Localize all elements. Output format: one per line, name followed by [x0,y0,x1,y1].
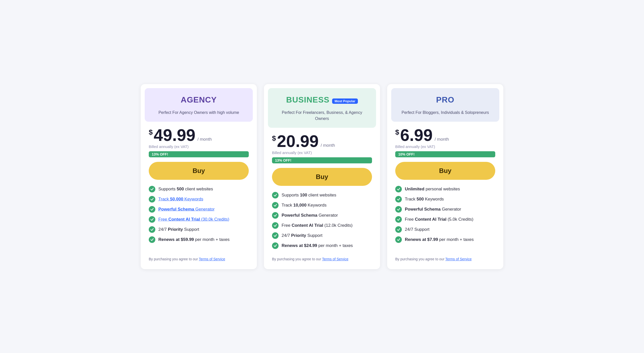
check-icon [149,216,155,223]
feature-item: Track 10,000 Keywords [272,202,372,209]
feature-text: Supports 100 client websites [282,192,336,198]
price-dollar-business: $ [272,135,276,142]
feature-item: Unlimited personal websites [395,186,495,192]
feature-text: Track 500 Keywords [405,196,444,202]
check-icon [149,186,155,192]
price-row-agency: $49.99/ month [149,127,249,143]
price-amount-business: 20.99 [277,133,319,149]
terms-text-agency: By purchasing you agree to our Terms of … [149,255,249,261]
card-body-business: $20.99/ monthBilled annually (ex VAT)13%… [264,128,380,261]
discount-badge-agency: 13% OFF! [149,151,249,157]
plan-title-row-agency: AGENCY [153,95,245,107]
feature-text: Renews at $24.99 per month + taxes [282,243,353,249]
billed-text-agency: Billed annually (ex VAT) [149,144,249,149]
check-icon [395,236,402,243]
feature-item: Powerful Schema Generator [395,206,495,213]
price-period-pro: / month [435,137,449,142]
terms-link[interactable]: Terms of Service [445,257,472,261]
feature-text: Powerful Schema Generator [158,206,215,212]
feature-text: Supports 500 client websites [158,186,213,192]
most-popular-badge: Most Popular [332,98,358,104]
plan-desc-agency: Perfect For Agency Owners with high volu… [153,110,245,116]
billed-text-business: Billed annually (ex VAT) [272,150,372,155]
check-icon [149,206,155,213]
feature-item: 24/7 Support [395,226,495,233]
terms-text-pro: By purchasing you agree to our Terms of … [395,255,495,261]
feature-item: Free Content AI Trial (5.0k Credits) [395,216,495,223]
price-period-agency: / month [197,137,212,142]
plan-title-business: BUSINESS [286,95,330,105]
feature-item: Renews at $7.99 per month + taxes [395,236,495,243]
feature-item: Track 500 Keywords [395,196,495,203]
terms-link[interactable]: Terms of Service [322,257,348,261]
pricing-container: AGENCYPerfect For Agency Owners with hig… [133,84,511,269]
plan-title-agency: AGENCY [181,95,217,105]
check-icon [272,232,279,239]
pricing-card-business: BUSINESSMost PopularPerfect For Freelanc… [264,84,380,269]
pricing-card-agency: AGENCYPerfect For Agency Owners with hig… [141,84,257,269]
check-icon [272,222,279,229]
card-header-business: BUSINESSMost PopularPerfect For Freelanc… [268,88,376,128]
price-dollar-pro: $ [395,129,399,136]
feature-item: Free Content AI Trial (12.0k Credits) [272,222,372,229]
check-icon [149,196,155,203]
feature-text: 24/7 Priority Support [282,233,323,239]
pricing-card-pro: PROPerfect For Bloggers, Individuals & S… [387,84,503,269]
feature-text: Unlimited personal websites [405,186,460,192]
terms-link[interactable]: Terms of Service [199,257,225,261]
plan-desc-pro: Perfect For Bloggers, Individuals & Solo… [399,110,491,116]
feature-item: Renews at $59.99 per month + taxes [149,236,249,243]
card-header-agency: AGENCYPerfect For Agency Owners with hig… [145,88,253,122]
card-header-pro: PROPerfect For Bloggers, Individuals & S… [391,88,499,122]
feature-item: 24/7 Priority Support [149,226,249,233]
check-icon [395,206,402,213]
feature-text: Track 50,000 Keywords [158,196,203,202]
card-body-pro: $6.99/ monthBilled annually (ex VAT)10% … [387,122,503,261]
feature-text: Track 10,000 Keywords [282,202,327,208]
buy-button-agency[interactable]: Buy [149,162,249,180]
price-row-pro: $6.99/ month [395,127,495,143]
features-list-agency: Supports 500 client websitesTrack 50,000… [149,186,249,243]
buy-button-pro[interactable]: Buy [395,162,495,180]
feature-text: 24/7 Support [405,226,429,233]
check-icon [395,186,402,192]
price-row-business: $20.99/ month [272,133,372,149]
plan-title-row-business: BUSINESSMost Popular [276,95,368,107]
features-list-business: Supports 100 client websitesTrack 10,000… [272,192,372,249]
check-icon [395,196,402,203]
feature-text: Renews at $7.99 per month + taxes [405,237,474,243]
discount-badge-business: 13% OFF! [272,157,372,163]
terms-text-business: By purchasing you agree to our Terms of … [272,255,372,261]
feature-item: Powerful Schema Generator [149,206,249,213]
feature-item: Track 50,000 Keywords [149,196,249,203]
check-icon [395,216,402,223]
feature-text: Free Content AI Trial (5.0k Credits) [405,216,473,222]
feature-item: Powerful Schema Generator [272,212,372,219]
feature-text: Powerful Schema Generator [282,212,338,218]
check-icon [395,226,402,233]
feature-item: Supports 500 client websites [149,186,249,192]
feature-item: Free Content AI Trial (30.0k Credits) [149,216,249,223]
feature-item: Renews at $24.99 per month + taxes [272,242,372,249]
feature-text: Free Content AI Trial (12.0k Credits) [282,222,353,229]
price-amount-pro: 6.99 [400,127,433,143]
features-list-pro: Unlimited personal websitesTrack 500 Key… [395,186,495,243]
feature-item: 24/7 Priority Support [272,232,372,239]
check-icon [149,236,155,243]
feature-text: Free Content AI Trial (30.0k Credits) [158,216,229,222]
feature-item: Supports 100 client websites [272,192,372,198]
feature-text: Renews at $59.99 per month + taxes [158,237,230,243]
check-icon [272,192,279,198]
feature-text: 24/7 Priority Support [158,226,199,233]
check-icon [149,226,155,233]
feature-text: Powerful Schema Generator [405,206,461,212]
price-dollar-agency: $ [149,129,153,136]
plan-title-row-pro: PRO [399,95,491,107]
price-amount-agency: 49.99 [154,127,195,143]
billed-text-pro: Billed annually (ex VAT) [395,144,495,149]
check-icon [272,202,279,209]
discount-badge-pro: 10% OFF! [395,151,495,157]
plan-title-pro: PRO [436,95,454,105]
buy-button-business[interactable]: Buy [272,168,372,186]
price-period-business: / month [321,143,335,148]
